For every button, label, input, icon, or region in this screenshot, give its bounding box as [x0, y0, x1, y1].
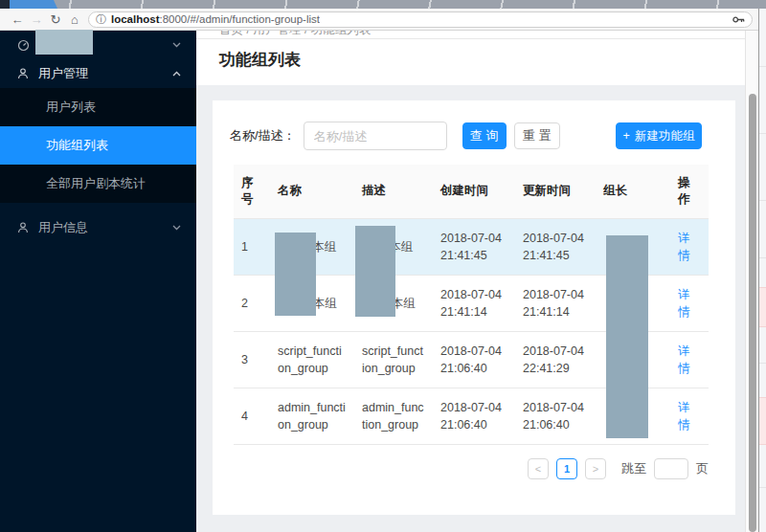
reload-button[interactable]: ↻ [46, 13, 65, 26]
header-leader: 组长 [596, 165, 670, 218]
header-updated: 更新时间 [515, 165, 596, 218]
cell-updated: 2018-07-04 21:06:40 [515, 388, 596, 444]
url-host: localhost [111, 13, 159, 25]
plus-icon: + [623, 129, 630, 143]
chevron-up-icon [172, 71, 181, 77]
pagination: < 1 > 跳至 页 [234, 458, 709, 479]
back-button[interactable]: ← [8, 13, 27, 26]
sidebar-item-function-group-list[interactable]: 功能组列表 [0, 126, 196, 165]
redaction-desc-column [355, 226, 395, 317]
table-header-row: 序号 名称 描述 创建时间 更新时间 组长 操作 [234, 165, 709, 218]
cell-index: 1 [234, 218, 270, 275]
redaction-sidebar-label [35, 30, 93, 55]
background-window-sliver [758, 9, 766, 532]
tab-strip-corner [0, 0, 11, 9]
sidebar-item-user-info[interactable]: 用户信息 [0, 209, 196, 247]
chevron-down-icon [172, 225, 181, 231]
background-error-row [759, 397, 766, 445]
sidebar-item-label: 用户管理 [38, 65, 163, 82]
cell-desc: admin_function_group [354, 388, 433, 444]
redaction-name-column [275, 233, 316, 316]
cell-created: 2018-07-04 21:41:45 [433, 218, 515, 275]
cell-updated: 2018-07-04 21:41:14 [515, 275, 596, 331]
cell-created: 2018-07-04 21:41:14 [433, 275, 515, 331]
search-label: 名称/描述： [230, 127, 296, 144]
sidebar-item-dashboard[interactable] [0, 31, 196, 59]
cell-desc: script_function_group [354, 331, 433, 388]
cell-created: 2018-07-04 21:06:40 [433, 331, 515, 388]
cell-action: 详情 [670, 275, 709, 331]
sidebar-item-user-management[interactable]: 用户管理 [0, 59, 196, 88]
next-page-button[interactable]: > [585, 458, 606, 479]
header-name: 名称 [270, 165, 354, 218]
screen: ← → ↻ ⌂ ⓘ localhost:8000/#/admin/functio… [0, 0, 766, 532]
background-error-row [759, 287, 766, 327]
scrollbar [745, 31, 758, 532]
url-path: :8000/#/admin/function-group-list [159, 13, 320, 25]
address-bar[interactable]: ⓘ localhost:8000/#/admin/function-group-… [88, 11, 753, 28]
sidebar-item-label: 用户信息 [38, 219, 163, 236]
header-divider [196, 38, 745, 39]
breadcrumb-text: 首页 / 用户管理 / 功能组列表 [219, 31, 602, 38]
sidebar: 用户管理 用户列表 功能组列表 全部用户剧本统计 用户信息 [0, 31, 196, 532]
cell-name: script_function_group [270, 331, 354, 388]
create-function-group-button[interactable]: + 新建功能组 [616, 122, 702, 149]
home-button[interactable]: ⌂ [65, 13, 84, 26]
cell-updated: 2018-07-04 22:41:29 [515, 331, 596, 388]
url-text: localhost:8000/#/admin/function-group-li… [111, 13, 320, 25]
redaction-leader-column [606, 235, 648, 438]
cell-action: 详情 [670, 331, 709, 388]
cell-action: 详情 [670, 218, 709, 275]
sidebar-submenu: 用户列表 功能组列表 全部用户剧本统计 [0, 88, 196, 203]
cell-index: 4 [234, 388, 270, 444]
detail-link[interactable]: 详情 [678, 344, 690, 375]
page-jump-input[interactable] [654, 458, 688, 479]
search-form: 名称/描述： 查 询 重 置 [230, 122, 560, 150]
page-1-button[interactable]: 1 [556, 458, 577, 479]
header-index: 序号 [234, 165, 270, 218]
chevron-down-icon [172, 42, 181, 48]
detail-link[interactable]: 详情 [678, 232, 690, 262]
header-action: 操作 [670, 165, 709, 218]
reset-button[interactable]: 重 置 [514, 122, 560, 149]
jump-to-label: 跳至 [621, 460, 646, 477]
query-button[interactable]: 查 询 [462, 122, 507, 149]
browser-toolbar: ← → ↻ ⌂ ⓘ localhost:8000/#/admin/functio… [0, 9, 758, 31]
cell-index: 3 [234, 331, 270, 388]
cell-index: 2 [234, 275, 270, 331]
scrollbar-thumb[interactable] [749, 94, 756, 532]
dashboard-icon [17, 39, 30, 52]
user-icon [17, 222, 29, 233]
site-info-icon[interactable]: ⓘ [96, 14, 106, 25]
detail-link[interactable]: 详情 [678, 288, 690, 319]
cell-action: 详情 [670, 388, 709, 444]
cell-name: admin_function_group [270, 388, 354, 444]
detail-link[interactable]: 详情 [678, 401, 690, 432]
sidebar-item-user-list[interactable]: 用户列表 [0, 88, 196, 126]
user-icon [17, 68, 29, 79]
header-desc: 描述 [354, 165, 433, 218]
cell-updated: 2018-07-04 21:41:45 [515, 218, 596, 275]
sidebar-item-user-script-stats[interactable]: 全部用户剧本统计 [0, 165, 196, 203]
create-button-label: 新建功能组 [635, 128, 695, 144]
cell-created: 2018-07-04 21:06:40 [433, 388, 515, 444]
key-icon[interactable] [732, 15, 745, 24]
forward-button[interactable]: → [27, 13, 46, 26]
prev-page-button[interactable]: < [528, 458, 549, 479]
header-created: 创建时间 [433, 165, 515, 218]
page-title: 功能组列表 [219, 49, 301, 71]
browser-tab-strip[interactable] [0, 0, 766, 9]
breadcrumb: 首页 / 用户管理 / 功能组列表 [219, 31, 602, 38]
page-unit-label: 页 [696, 460, 709, 477]
page-header: 首页 / 用户管理 / 功能组列表 功能组列表 [196, 31, 745, 85]
active-tab[interactable] [10, 0, 57, 9]
search-input[interactable] [304, 122, 447, 150]
